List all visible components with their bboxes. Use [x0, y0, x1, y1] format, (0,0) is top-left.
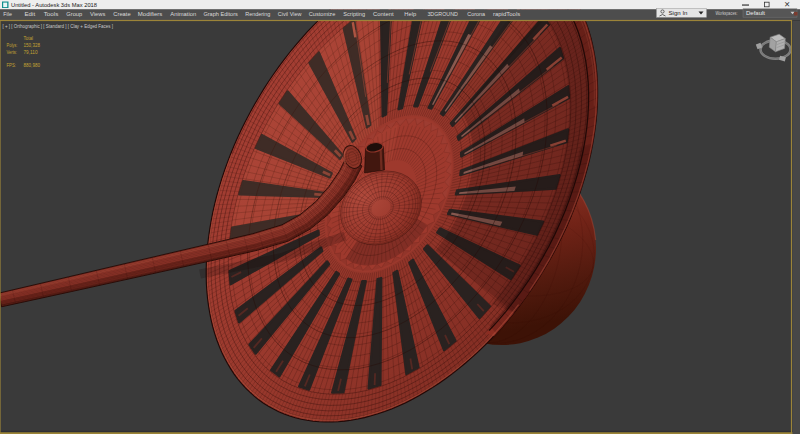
svg-text:Edit: Edit	[25, 10, 36, 17]
svg-text:Group: Group	[66, 10, 82, 17]
svg-text:Content: Content	[373, 10, 394, 17]
svg-text:Corona: Corona	[467, 10, 485, 17]
svg-text:rapidTools: rapidTools	[493, 10, 520, 17]
svg-text:79,110: 79,110	[24, 49, 39, 55]
svg-text:Modifiers: Modifiers	[138, 10, 163, 17]
svg-text:✕: ✕	[784, 0, 790, 9]
svg-text:Total: Total	[24, 35, 34, 41]
svg-text:Animation: Animation	[170, 10, 196, 17]
svg-text:Default: Default	[746, 10, 765, 16]
svg-text:Untitled - Autodesk 3ds Max 20: Untitled - Autodesk 3ds Max 2018	[11, 1, 98, 8]
svg-text:Tools: Tools	[44, 10, 59, 17]
svg-text:FPS:: FPS:	[7, 62, 17, 68]
svg-text:Scripting: Scripting	[343, 10, 365, 17]
svg-text:Polys:: Polys:	[7, 42, 18, 48]
svg-text:Workspaces:: Workspaces:	[716, 10, 738, 16]
svg-text:Sign In: Sign In	[669, 9, 689, 16]
svg-text:Customize: Customize	[309, 10, 336, 17]
svg-text:880,980: 880,980	[24, 62, 41, 68]
svg-text:Rendering: Rendering	[245, 10, 271, 17]
svg-text:Graph Editors: Graph Editors	[203, 10, 238, 17]
svg-text:Help: Help	[404, 10, 417, 17]
svg-text:Verts:: Verts:	[7, 49, 18, 55]
svg-text:[ + ] [ Orthographic ] [ Stand: [ + ] [ Orthographic ] [ Standard ] [ Cl…	[3, 23, 114, 29]
svg-text:File: File	[3, 10, 12, 17]
svg-text:Views: Views	[90, 10, 105, 17]
svg-text:Create: Create	[113, 10, 131, 17]
svg-text:Civil View: Civil View	[278, 10, 302, 17]
svg-text:150,328: 150,328	[24, 42, 41, 48]
svg-text:3DGROUND: 3DGROUND	[427, 10, 458, 17]
